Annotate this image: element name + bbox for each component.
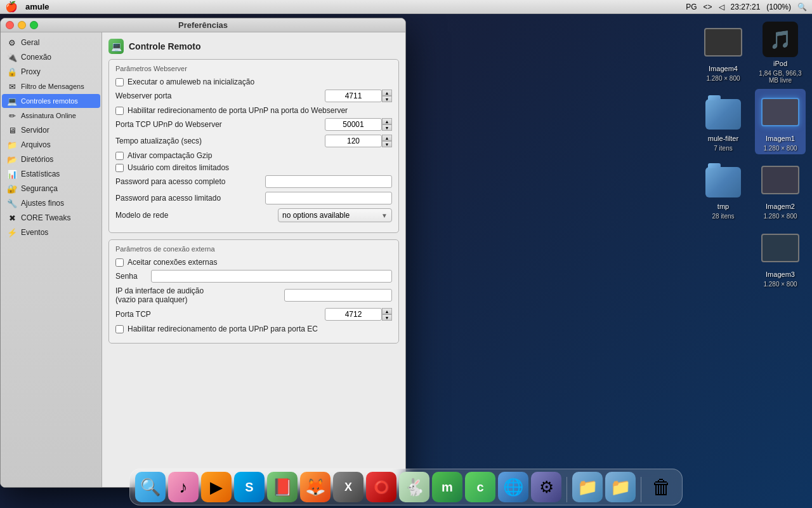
desktop-icon-imagem2[interactable]: Imagem2 1.280 × 800 [755, 157, 806, 222]
checkbox-gzip[interactable] [115, 152, 124, 160]
desktop-icon-ipod[interactable]: 🎵 iPod 1,84 GB, 966,3 MB livre [755, 19, 806, 86]
dock-item-trash[interactable]: 🗑 [646, 472, 677, 502]
tcp-upnp-label: Porta TCP UPnP do Webserver [115, 120, 320, 129]
dock-item-system[interactable]: ⚙ [531, 472, 561, 502]
dock: 🔍 ♪ ▶ S 📕 🦊 X ⭕ 🐇 m c 🌐 ⚙ 📁 📁 🗑 [129, 469, 683, 505]
dock-item-skype[interactable]: S [234, 472, 265, 502]
sidebar-item-estatisticas[interactable]: 📊 Estatísticas [2, 167, 100, 181]
webserver-porta-down[interactable]: ▼ [382, 96, 392, 102]
checkbox-aceitar[interactable] [115, 258, 124, 267]
tcp-upnp-up[interactable]: ▲ [382, 118, 392, 124]
password-limitado-input[interactable] [265, 192, 392, 204]
dock-item-x11[interactable]: X [333, 472, 363, 502]
sidebar-item-filtro[interactable]: ✉ Filtro de Mensagens [2, 79, 100, 93]
sidebar-item-assinatura[interactable]: ✏ Assinatura Online [2, 109, 100, 123]
tempo-input[interactable]: 120 [325, 135, 382, 147]
dock-divider-2 [641, 477, 641, 502]
desktop-icon-imagem1[interactable]: Imagem1 1.280 × 800 [755, 89, 806, 154]
desktop-icon-imagem4[interactable]: Imagem4 1.280 × 800 [698, 19, 749, 86]
core-icon: ✖ [7, 213, 17, 223]
dock-item-folder1[interactable]: 📁 [572, 472, 603, 502]
tempo-up[interactable]: ▲ [382, 135, 392, 141]
modelo-dropdown[interactable]: no options available ▼ [278, 208, 392, 222]
webserver-porta-row: Webserver porta 4711 ▲ ▼ [115, 90, 392, 102]
close-button[interactable] [6, 21, 14, 29]
conexao-group: Parâmetros de conexão externa Aceitar co… [108, 239, 399, 344]
porta-tcp-down[interactable]: ▼ [382, 314, 392, 321]
sidebar-item-ajustes[interactable]: 🔧 Ajustes finos [2, 196, 100, 210]
sidebar-label-eventos: Eventos [21, 228, 48, 237]
conexao-icon: 🔌 [7, 52, 17, 62]
dock-item-amule[interactable]: m [432, 472, 462, 502]
checkbox-upnp[interactable] [115, 107, 124, 115]
estatisticas-icon: 📊 [7, 169, 17, 179]
tcp-upnp-input[interactable]: 50001 [325, 118, 382, 131]
dock-item-address[interactable]: 📕 [267, 472, 298, 502]
checkbox-ec-label: Habilitar redirecionamento de porta UPnP… [128, 324, 318, 333]
porta-tcp-spinner: 4712 ▲ ▼ [325, 308, 392, 321]
dropdown-arrow-icon: ▼ [381, 212, 388, 219]
tempo-spinner: 120 ▲ ▼ [325, 135, 392, 147]
webserver-porta-input[interactable]: 4711 [325, 90, 382, 102]
battery: (100%) [766, 3, 791, 11]
sidebar-item-core[interactable]: ✖ CORE Tweaks [2, 211, 100, 225]
tempo-down[interactable]: ▼ [382, 141, 392, 147]
search-icon[interactable]: 🔍 [797, 3, 807, 11]
menubar-right: PG <> ◁ 23:27:21 (100%) 🔍 [686, 3, 807, 11]
desktop-icon-tmp[interactable]: tmp 28 itens [698, 157, 749, 222]
apple-menu[interactable]: 🍎 [5, 1, 18, 13]
dock-item-app6[interactable]: ⭕ [366, 472, 396, 502]
checkbox-upnp-row: Habilitar redirecionamento de porta UPnP… [115, 106, 392, 115]
dock-item-globe[interactable]: 🌐 [498, 472, 528, 502]
trash-icon: 🗑 [652, 476, 672, 499]
sidebar-item-geral[interactable]: ⚙ Geral [2, 36, 100, 50]
tempo-label: Tempo atualização (secs) [115, 137, 320, 145]
password-limitado-row: Password para acesso limitado [115, 192, 392, 204]
checkbox-init-row: Executar o amuleweb na inicialização [115, 77, 392, 86]
checkbox-limitado-label: Usuário com direitos limitados [128, 163, 229, 172]
window-content: ⚙ Geral 🔌 Conexão 🔒 Proxy ✉ Filtro de Me… [1, 32, 405, 487]
main-content: 💻 Controle Remoto Parâmetros Webserver E… [102, 32, 405, 487]
eventos-icon: ⚡ [7, 227, 17, 237]
checkbox-aceitar-row: Aceitar conexões externas [115, 258, 392, 267]
maximize-button[interactable] [30, 21, 38, 29]
sidebar-item-conexao[interactable]: 🔌 Conexão [2, 50, 100, 64]
sidebar-item-eventos[interactable]: ⚡ Eventos [2, 225, 100, 239]
sidebar-item-proxy[interactable]: 🔒 Proxy [2, 65, 100, 79]
sidebar-item-servidor[interactable]: 🖥 Servidor [2, 123, 100, 137]
dock-item-itunes[interactable]: ♪ [168, 472, 199, 502]
password-completo-input[interactable] [265, 175, 392, 188]
desktop-icon-imagem3[interactable]: Imagem3 1.280 × 800 [755, 225, 806, 290]
ip-label: IP da interface de audição [115, 286, 279, 295]
tcp-upnp-row: Porta TCP UPnP do Webserver 50001 ▲ ▼ [115, 118, 392, 131]
checkbox-limitado-row: Usuário com direitos limitados [115, 163, 392, 172]
senha-input[interactable] [151, 270, 392, 283]
sidebar-item-seguranca[interactable]: 🔐 Segurança [2, 182, 100, 196]
minimize-button[interactable] [18, 21, 26, 29]
checkbox-gzip-row: Ativar compactação Gzip [115, 151, 392, 160]
sidebar-item-arquivos[interactable]: 📁 Arquivos [2, 138, 100, 152]
ip-input[interactable] [284, 289, 392, 302]
sidebar: ⚙ Geral 🔌 Conexão 🔒 Proxy ✉ Filtro de Me… [1, 32, 102, 487]
ip-sublabel: (vazio para qualquer) [115, 295, 279, 304]
porta-tcp-up[interactable]: ▲ [382, 308, 392, 314]
webserver-porta-up[interactable]: ▲ [382, 90, 392, 96]
sidebar-item-controles[interactable]: 💻 Controles remotos [2, 94, 100, 108]
dock-item-rabbit[interactable]: 🐇 [399, 472, 429, 502]
tcp-upnp-down[interactable]: ▼ [382, 124, 392, 131]
dock-item-cyberduck[interactable]: c [465, 472, 495, 502]
checkbox-limitado[interactable] [115, 164, 124, 172]
dock-divider [566, 477, 567, 502]
dock-item-firefox[interactable]: 🦊 [300, 472, 331, 502]
sidebar-item-diretorios[interactable]: 📂 Diretórios [2, 152, 100, 166]
dock-item-finder[interactable]: 🔍 [135, 472, 166, 502]
section-icon: 💻 [108, 39, 124, 54]
checkbox-ec[interactable] [115, 325, 124, 333]
ip-row: IP da interface de audição (vazio para q… [115, 286, 392, 304]
checkbox-init[interactable] [115, 78, 124, 86]
dock-item-vlc[interactable]: ▶ [201, 472, 232, 502]
porta-tcp-input[interactable]: 4712 [325, 308, 382, 321]
dock-item-folder2[interactable]: 📁 [605, 472, 636, 502]
window-title: Preferências [178, 20, 228, 30]
desktop-icon-mule-filter[interactable]: mule-filter 7 itens [698, 89, 749, 154]
